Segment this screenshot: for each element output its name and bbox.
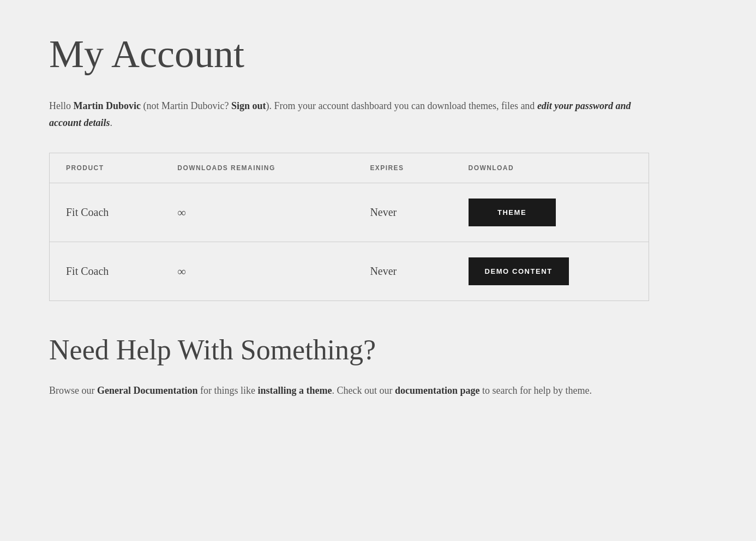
col-download: DOWNLOAD	[452, 153, 649, 183]
installing-theme-link[interactable]: installing a theme	[257, 385, 332, 396]
help-title: Need Help With Something?	[49, 334, 649, 366]
table-row: Fit Coach ∞ Never DEMO CONTENT	[50, 242, 649, 301]
demo-content-download-button[interactable]: DEMO CONTENT	[469, 257, 569, 285]
downloads-table: PRODUCT DOWNLOADS REMAINING EXPIRES DOWN…	[49, 153, 649, 301]
help-text-suffix: . Check out our	[332, 385, 395, 396]
infinity-symbol-2: ∞	[177, 265, 186, 278]
product-name-1: Fit Coach	[50, 183, 161, 242]
greeting-prefix: Hello	[49, 100, 74, 111]
greeting-paragraph: Hello Martin Dubovic (not Martin Dubovic…	[49, 98, 649, 131]
table-header-row: PRODUCT DOWNLOADS REMAINING EXPIRES DOWN…	[50, 153, 649, 183]
docs-page-link[interactable]: documentation page	[395, 385, 480, 396]
expires-1: Never	[353, 183, 452, 242]
infinity-symbol-1: ∞	[177, 206, 186, 219]
theme-download-button[interactable]: THEME	[469, 199, 556, 226]
download-cell-2: DEMO CONTENT	[452, 242, 649, 301]
help-text-prefix: Browse our	[49, 385, 97, 396]
page-title: My Account	[49, 33, 707, 76]
user-name: Martin Dubovic	[74, 100, 141, 111]
general-docs-link[interactable]: General Documentation	[97, 385, 197, 396]
table-row: Fit Coach ∞ Never THEME	[50, 183, 649, 242]
dashboard-text: ). From your account dashboard you can d…	[266, 100, 537, 111]
table-header: PRODUCT DOWNLOADS REMAINING EXPIRES DOWN…	[50, 153, 649, 183]
help-paragraph: Browse our General Documentation for thi…	[49, 382, 649, 399]
downloads-remaining-1: ∞	[161, 183, 353, 242]
not-you-prefix: (not Martin Dubovic?	[141, 100, 231, 111]
help-text-end: to search for help by theme.	[480, 385, 592, 396]
col-downloads: DOWNLOADS REMAINING	[161, 153, 353, 183]
greeting-period: .	[110, 117, 113, 128]
download-cell-1: THEME	[452, 183, 649, 242]
help-section: Need Help With Something? Browse our Gen…	[49, 334, 649, 399]
col-expires: EXPIRES	[353, 153, 452, 183]
downloads-remaining-2: ∞	[161, 242, 353, 301]
help-text-middle: for things like	[197, 385, 257, 396]
expires-2: Never	[353, 242, 452, 301]
product-name-2: Fit Coach	[50, 242, 161, 301]
col-product: PRODUCT	[50, 153, 161, 183]
table-body: Fit Coach ∞ Never THEME Fit Coach ∞ Neve…	[50, 183, 649, 301]
sign-out-link[interactable]: Sign out	[231, 100, 266, 111]
